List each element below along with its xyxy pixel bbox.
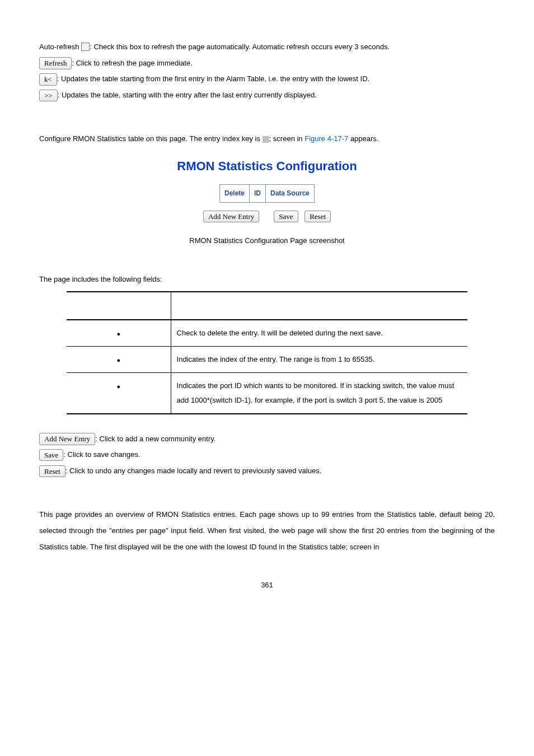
figure-link[interactable]: Figure 4-17-7	[305, 134, 348, 143]
config-button-row: Add New EntrySave Reset	[39, 208, 495, 225]
table-row: ● Check to delete the entry. It will be …	[67, 320, 467, 347]
save-button-2[interactable]: Save	[39, 449, 63, 461]
refresh-button[interactable]: Refresh	[39, 57, 72, 69]
table-header-row	[67, 292, 467, 320]
reset-desc: : Click to undo any changes made locally…	[65, 466, 321, 475]
col-delete: Delete	[219, 185, 249, 202]
object-cell: ●	[67, 346, 171, 372]
next-page-button[interactable]: >>	[39, 90, 58, 102]
intro-text-3: appears.	[348, 134, 378, 143]
table-row: ● Indicates the index of the entry. The …	[67, 346, 467, 372]
save-desc-line: Save: Click to save changes.	[39, 447, 495, 463]
reset-button-2[interactable]: Reset	[39, 465, 65, 478]
config-table: Delete ID Data Source	[219, 184, 315, 202]
page-number: 361	[39, 577, 495, 594]
first-page-desc: : Updates the table starting from the fi…	[57, 74, 369, 83]
fields-intro: The page includes the following fields:	[39, 272, 495, 288]
first-page-button[interactable]: k<	[39, 73, 57, 86]
config-intro: Configure RMON Statistics table on this …	[39, 131, 495, 147]
add-new-entry-button-2[interactable]: Add New Entry	[39, 433, 95, 445]
save-desc: : Click to save changes.	[63, 450, 140, 459]
desc-cell: Indicates the port ID which wants to be …	[171, 372, 467, 414]
save-button[interactable]: Save	[274, 211, 298, 223]
add-entry-desc-line: Add New Entry: Click to add a new commun…	[39, 431, 495, 447]
first-page-line: k<: Updates the table starting from the …	[39, 71, 495, 87]
col-data-source: Data Source	[266, 185, 315, 202]
overview-paragraph: This page provides an overview of RMON S…	[39, 507, 495, 555]
auto-refresh-label: Auto-refresh	[39, 43, 79, 51]
fields-table: ● Check to delete the entry. It will be …	[67, 291, 467, 414]
desc-cell: Indicates the index of the entry. The ra…	[171, 346, 467, 372]
intro-text-2: ; screen in	[269, 134, 305, 143]
add-new-entry-button[interactable]: Add New Entry	[203, 211, 259, 223]
add-entry-desc: : Click to add a new community entry.	[95, 435, 216, 443]
checkbox-icon[interactable]	[81, 43, 90, 51]
intro-text-1: Configure RMON Statistics table on this …	[39, 134, 263, 143]
bullet-icon: ●	[116, 330, 120, 337]
bullet-icon: ●	[116, 356, 120, 363]
object-cell: ●	[67, 372, 171, 414]
header-object	[67, 292, 171, 320]
id-placeholder-icon	[263, 136, 269, 143]
config-heading: RMON Statistics Configuration	[39, 153, 495, 180]
auto-refresh-desc: : Check this box to refresh the page aut…	[90, 43, 390, 51]
next-page-line: >>: Updates the table, starting with the…	[39, 87, 495, 104]
desc-cell: Check to delete the entry. It will be de…	[171, 320, 467, 347]
figure-caption: RMON Statistics Configuration Page scree…	[39, 233, 495, 249]
reset-button[interactable]: Reset	[305, 211, 331, 223]
next-page-desc: : Updates the table, starting with the e…	[58, 91, 317, 99]
reset-desc-line: Reset: Click to undo any changes made lo…	[39, 463, 495, 479]
table-row: ● Indicates the port ID which wants to b…	[67, 372, 467, 414]
refresh-line: Refresh: Click to refresh the page immed…	[39, 55, 495, 72]
refresh-desc: : Click to refresh the page immediate.	[72, 59, 192, 67]
object-cell: ●	[67, 320, 171, 347]
bullet-icon: ●	[116, 382, 120, 389]
auto-refresh-line: Auto-refresh : Check this box to refresh…	[39, 39, 495, 55]
header-description	[171, 292, 467, 320]
col-id: ID	[250, 185, 266, 202]
